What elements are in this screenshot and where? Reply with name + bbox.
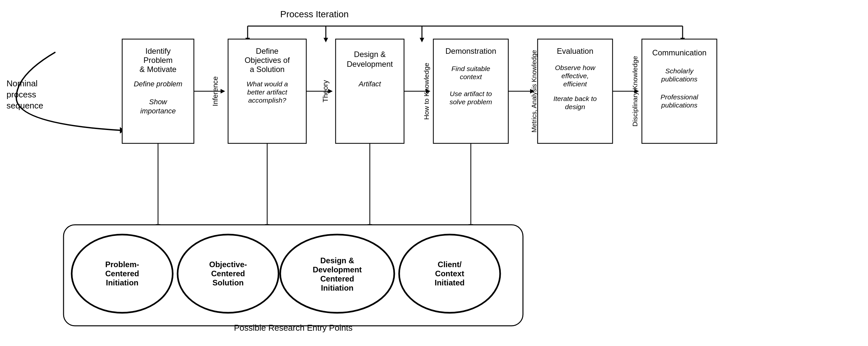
svg-marker-6 bbox=[420, 38, 424, 42]
svg-text:Show: Show bbox=[149, 98, 167, 106]
svg-rect-70 bbox=[64, 225, 523, 326]
svg-text:Objective-: Objective- bbox=[209, 260, 247, 269]
svg-point-84 bbox=[399, 234, 500, 313]
svg-text:context: context bbox=[460, 73, 482, 81]
svg-text:Development: Development bbox=[313, 265, 362, 274]
svg-text:Iterate back to: Iterate back to bbox=[553, 95, 597, 102]
diagram-container: Process Iteration Nominal process sequen… bbox=[0, 0, 868, 346]
svg-text:efficient: efficient bbox=[563, 80, 587, 88]
svg-text:Context: Context bbox=[435, 269, 464, 278]
svg-marker-54 bbox=[634, 89, 639, 94]
svg-point-75 bbox=[178, 234, 279, 313]
svg-text:Communication: Communication bbox=[652, 48, 707, 57]
svg-text:solve problem: solve problem bbox=[450, 98, 492, 105]
svg-text:importance: importance bbox=[141, 107, 176, 115]
svg-text:How to Knowledge: How to Knowledge bbox=[423, 63, 430, 120]
svg-marker-8 bbox=[680, 38, 685, 42]
svg-marker-67 bbox=[368, 224, 372, 229]
svg-text:Define: Define bbox=[256, 46, 278, 55]
svg-marker-44 bbox=[530, 89, 535, 94]
svg-text:Centered: Centered bbox=[211, 269, 245, 278]
svg-rect-37 bbox=[433, 39, 508, 143]
svg-text:design: design bbox=[565, 103, 585, 111]
svg-text:Centered: Centered bbox=[320, 274, 354, 283]
svg-rect-20 bbox=[228, 39, 306, 143]
svg-text:Theory: Theory bbox=[321, 80, 330, 102]
svg-text:Find suitable: Find suitable bbox=[451, 65, 490, 72]
svg-text:publications: publications bbox=[661, 101, 698, 109]
svg-marker-63 bbox=[156, 224, 160, 229]
svg-text:publications: publications bbox=[661, 75, 698, 83]
svg-text:Initiated: Initiated bbox=[435, 278, 465, 287]
svg-text:Solution: Solution bbox=[212, 278, 244, 287]
svg-text:effective,: effective, bbox=[561, 72, 589, 80]
svg-marker-2 bbox=[245, 38, 250, 42]
svg-text:Use artifact to: Use artifact to bbox=[450, 90, 492, 97]
svg-rect-10 bbox=[122, 39, 194, 143]
svg-text:Problem-: Problem- bbox=[105, 260, 139, 269]
svg-text:better artifact: better artifact bbox=[247, 88, 288, 96]
svg-text:Client/: Client/ bbox=[438, 260, 462, 269]
svg-rect-46 bbox=[537, 39, 613, 143]
svg-text:Initiation: Initiation bbox=[321, 283, 353, 292]
svg-marker-18 bbox=[221, 89, 225, 94]
svg-text:Design &: Design & bbox=[320, 256, 354, 265]
svg-rect-30 bbox=[336, 39, 404, 143]
nominal-process-label: Nominal process sequence bbox=[6, 78, 65, 111]
svg-marker-35 bbox=[426, 89, 430, 94]
svg-text:Centered: Centered bbox=[105, 269, 139, 278]
svg-marker-69 bbox=[468, 224, 473, 229]
svg-text:Problem: Problem bbox=[143, 56, 173, 64]
svg-point-79 bbox=[280, 234, 394, 313]
svg-text:Artifact: Artifact bbox=[358, 80, 381, 88]
svg-point-71 bbox=[72, 234, 173, 313]
svg-marker-28 bbox=[328, 89, 333, 94]
svg-text:Disciplinary Knowledge: Disciplinary Knowledge bbox=[631, 56, 639, 126]
process-iteration-label: Process Iteration bbox=[280, 9, 349, 20]
svg-text:Professional: Professional bbox=[660, 93, 699, 101]
svg-text:Scholarly: Scholarly bbox=[665, 67, 694, 74]
svg-marker-4 bbox=[323, 38, 328, 42]
svg-text:Design &: Design & bbox=[354, 50, 385, 59]
svg-text:Development: Development bbox=[347, 60, 393, 68]
svg-text:Metrics, Analysis Knowledge: Metrics, Analysis Knowledge bbox=[530, 50, 537, 132]
svg-marker-9 bbox=[120, 127, 124, 133]
svg-text:Possible Research Entry Points: Possible Research Entry Points bbox=[234, 323, 352, 333]
svg-rect-56 bbox=[642, 39, 717, 143]
svg-text:Define problem: Define problem bbox=[133, 80, 182, 88]
main-diagram-svg: Identify Problem & Motivate Define probl… bbox=[0, 0, 868, 346]
svg-text:What would a: What would a bbox=[246, 80, 288, 88]
svg-marker-65 bbox=[265, 224, 270, 229]
iteration-arrow-svg bbox=[0, 0, 868, 346]
svg-text:Identify: Identify bbox=[145, 46, 170, 55]
svg-text:Initiation: Initiation bbox=[106, 278, 138, 287]
svg-text:Objectives of: Objectives of bbox=[245, 56, 290, 64]
svg-text:Inference: Inference bbox=[211, 76, 219, 106]
svg-text:a Solution: a Solution bbox=[250, 65, 285, 74]
svg-text:Demonstration: Demonstration bbox=[445, 46, 496, 55]
svg-text:& Motivate: & Motivate bbox=[140, 65, 176, 74]
svg-text:accomplish?: accomplish? bbox=[248, 96, 286, 104]
svg-text:Observe how: Observe how bbox=[555, 64, 596, 71]
svg-text:Evaluation: Evaluation bbox=[557, 46, 593, 55]
